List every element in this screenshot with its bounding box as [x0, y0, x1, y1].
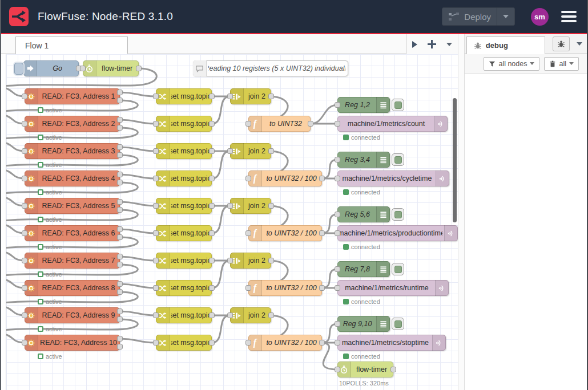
- node-reg1[interactable]: Reg 1,2: [337, 97, 390, 113]
- node-set5[interactable]: set msg.topic: [156, 198, 212, 214]
- node-set2[interactable]: set msg.topic: [156, 116, 212, 132]
- debug-toggle-button[interactable]: [392, 263, 404, 275]
- node-set8[interactable]: set msg.topic: [156, 280, 212, 296]
- add-flow-button[interactable]: [428, 40, 436, 48]
- input-port[interactable]: [335, 157, 340, 162]
- input-port[interactable]: [335, 367, 340, 372]
- node-join1[interactable]: join 2: [230, 88, 271, 104]
- output-port[interactable]: [117, 199, 123, 205]
- output-port[interactable]: [268, 94, 274, 99]
- input-port[interactable]: [22, 340, 27, 346]
- tab-debug[interactable]: debug: [466, 36, 545, 54]
- output-port[interactable]: [117, 117, 123, 123]
- input-port[interactable]: [22, 285, 27, 291]
- input-port[interactable]: [227, 148, 233, 154]
- node-read3[interactable]: READ: FC3, Address 3active: [25, 143, 120, 159]
- node-mqtt2[interactable]: machine/1/metrics/cycletimeconnected: [337, 170, 449, 186]
- sidebar-resize-handle[interactable]: [458, 34, 465, 390]
- output-port[interactable]: [209, 94, 215, 99]
- node-read8[interactable]: READ: FC3, Address 8active: [25, 280, 120, 296]
- menu-button[interactable]: [561, 11, 577, 22]
- input-port[interactable]: [153, 285, 159, 291]
- output-port[interactable]: [209, 230, 215, 236]
- input-port[interactable]: [245, 176, 251, 181]
- input-port[interactable]: [22, 230, 27, 236]
- node-reg2[interactable]: Reg 3,4: [337, 152, 390, 168]
- node-read9[interactable]: READ: FC3, Address 9active: [25, 307, 120, 323]
- flow-list-chevron-icon[interactable]: [446, 43, 452, 46]
- input-port[interactable]: [153, 148, 159, 154]
- input-port[interactable]: [245, 340, 251, 346]
- output-port[interactable]: [117, 316, 123, 322]
- output-port[interactable]: [209, 176, 215, 181]
- output-port[interactable]: [319, 285, 325, 291]
- node-func2[interactable]: fto UINT32 / 100: [248, 170, 322, 186]
- input-port[interactable]: [22, 312, 27, 318]
- input-port[interactable]: [22, 176, 27, 181]
- output-port[interactable]: [209, 148, 215, 154]
- clear-messages-button[interactable]: all: [544, 57, 579, 71]
- node-mqtt3[interactable]: machine/1/metrics/productiontimeconnecte…: [337, 225, 458, 241]
- output-port[interactable]: [117, 90, 123, 95]
- input-port[interactable]: [153, 340, 159, 346]
- node-func3[interactable]: fto UINT32 / 100: [248, 225, 322, 241]
- input-port[interactable]: [335, 340, 340, 346]
- output-port[interactable]: [117, 125, 123, 131]
- output-port[interactable]: [117, 172, 123, 177]
- avatar[interactable]: sm: [531, 8, 549, 26]
- input-port[interactable]: [245, 121, 251, 127]
- output-port[interactable]: [117, 289, 123, 295]
- node-reg5[interactable]: Reg 9,10: [337, 316, 390, 332]
- output-port[interactable]: [209, 121, 215, 127]
- input-port[interactable]: [153, 258, 159, 263]
- output-port[interactable]: [117, 207, 123, 213]
- node-read4[interactable]: READ: FC3, Address 4active: [25, 170, 120, 186]
- output-port[interactable]: [268, 148, 274, 154]
- node-read7[interactable]: READ: FC3, Address 7active: [25, 253, 120, 269]
- input-port[interactable]: [335, 230, 340, 236]
- output-port[interactable]: [117, 308, 123, 314]
- output-port[interactable]: [319, 340, 325, 346]
- node-comment1[interactable]: Reading 10 registers (5 x UINT32) indivi…: [193, 60, 348, 76]
- input-port[interactable]: [335, 212, 340, 217]
- output-port[interactable]: [209, 340, 215, 346]
- node-set7[interactable]: set msg.topic: [156, 253, 212, 269]
- output-port[interactable]: [209, 312, 215, 318]
- input-port[interactable]: [22, 258, 27, 263]
- output-port[interactable]: [136, 66, 142, 71]
- node-set4[interactable]: set msg.topic: [156, 170, 212, 186]
- input-port[interactable]: [153, 94, 159, 99]
- output-port[interactable]: [319, 176, 325, 181]
- input-port[interactable]: [153, 230, 159, 236]
- node-mqtt1[interactable]: machine/1/metrics/countconnected: [337, 116, 448, 132]
- output-port[interactable]: [117, 180, 123, 185]
- output-port[interactable]: [268, 203, 274, 209]
- output-port[interactable]: [390, 367, 396, 372]
- input-port[interactable]: [22, 203, 27, 209]
- input-port[interactable]: [227, 203, 233, 209]
- filter-nodes-button[interactable]: all nodes: [484, 57, 539, 71]
- input-port[interactable]: [335, 176, 340, 181]
- debug-toggle-button[interactable]: [392, 318, 404, 330]
- node-read1[interactable]: READ: FC3, Address 1active: [25, 88, 120, 104]
- output-port[interactable]: [209, 285, 215, 291]
- input-port[interactable]: [245, 285, 251, 291]
- input-port[interactable]: [80, 66, 86, 71]
- output-port[interactable]: [268, 258, 274, 263]
- input-port[interactable]: [22, 121, 27, 127]
- input-port[interactable]: [335, 321, 340, 327]
- debug-messages-panel[interactable]: [465, 74, 587, 390]
- deploy-button[interactable]: Deploy: [442, 7, 515, 26]
- input-port[interactable]: [153, 121, 159, 127]
- output-port[interactable]: [117, 281, 123, 287]
- output-port[interactable]: [117, 344, 123, 350]
- node-timer2[interactable]: flow-timer10POLLS: 320ms: [337, 361, 393, 377]
- node-reg3[interactable]: Reg 5,6: [337, 206, 390, 222]
- debug-toggle-button[interactable]: [392, 208, 404, 221]
- sidebar-menu-chevron-icon[interactable]: [577, 42, 582, 46]
- input-port[interactable]: [335, 266, 340, 272]
- debug-toggle-button[interactable]: [392, 153, 404, 166]
- debug-toggle-button[interactable]: [392, 99, 404, 111]
- output-port[interactable]: [117, 226, 123, 232]
- output-port[interactable]: [319, 230, 325, 236]
